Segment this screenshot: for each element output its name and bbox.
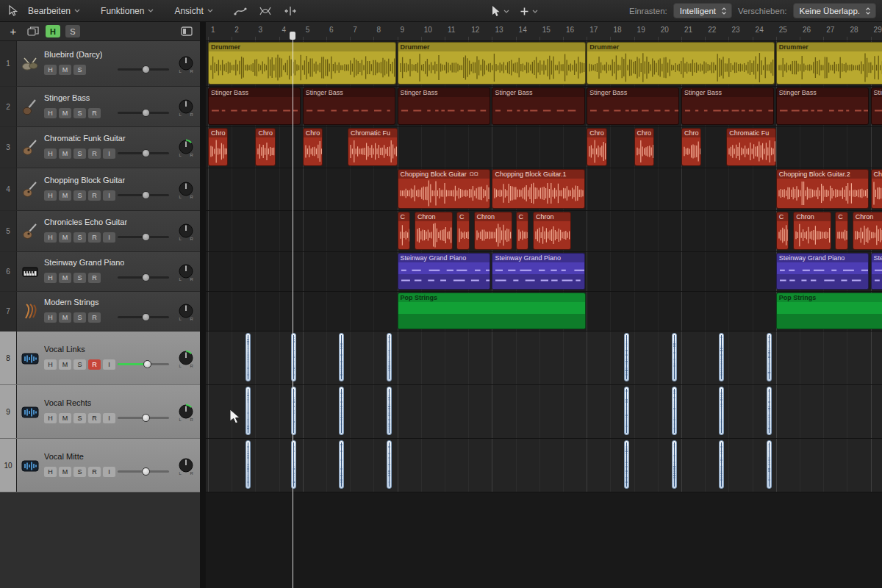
volume-slider[interactable] <box>118 65 169 74</box>
record-button[interactable]: R <box>88 232 101 243</box>
volume-slider[interactable] <box>118 273 169 282</box>
mute-button[interactable]: M <box>59 359 71 370</box>
pan-knob[interactable]: L R <box>176 349 196 368</box>
volume-slider[interactable] <box>118 414 169 422</box>
region-strings[interactable]: Pop Strings <box>776 293 882 329</box>
region-bass[interactable]: Stinger Bass <box>492 87 584 125</box>
volume-slider-thumb[interactable] <box>142 191 150 199</box>
global-solo-button[interactable]: S <box>65 25 80 37</box>
volume-slider[interactable] <box>118 191 169 199</box>
volume-slider[interactable] <box>118 313 169 321</box>
playhead-line[interactable] <box>293 32 293 588</box>
menu-bearbeiten[interactable]: Bearbeiten <box>28 6 80 16</box>
region-vocal-strip[interactable] <box>339 387 344 435</box>
pan-knob[interactable]: L R <box>176 456 196 476</box>
track-lane-10[interactable] <box>206 439 882 492</box>
track-header-10[interactable]: 10Vocal MitteHMSRI L R <box>0 439 200 492</box>
region-drummer[interactable]: Drummer <box>398 42 586 85</box>
track-header-2[interactable]: 2Stinger BassHMSR L R <box>0 87 200 127</box>
record-button[interactable]: R <box>88 312 101 323</box>
hide-button[interactable]: H <box>44 312 57 323</box>
crossfade-icon[interactable] <box>259 6 272 16</box>
record-button[interactable]: R <box>88 359 101 370</box>
record-button[interactable]: R <box>88 413 101 423</box>
track-name[interactable]: Bluebird (Darcy) <box>44 50 102 59</box>
display-toggle-button[interactable] <box>179 25 194 37</box>
input-monitor-button[interactable]: I <box>103 190 115 201</box>
mute-button[interactable]: M <box>59 190 71 201</box>
region-vocal-strip[interactable] <box>672 440 677 489</box>
track-lane-5[interactable]: CChronCChronCChronCChronCChron <box>206 211 882 252</box>
track-name[interactable]: Vocal Rechts <box>44 398 91 407</box>
record-button[interactable]: R <box>88 148 101 159</box>
pointer-icon[interactable] <box>7 4 19 18</box>
mute-button[interactable]: M <box>59 273 71 283</box>
flex-icon[interactable] <box>284 6 297 16</box>
track-name[interactable]: Vocal Links <box>44 345 85 354</box>
track-header-9[interactable]: 9Vocal RechtsHMSRI L R <box>0 385 200 439</box>
region-piano[interactable]: Steinway Grand Piano <box>398 253 490 290</box>
hide-button[interactable]: H <box>44 273 57 283</box>
region-bass[interactable]: Stinger Bass <box>303 87 395 125</box>
region-guitar[interactable]: Chron <box>474 212 512 250</box>
region-vocal-strip[interactable] <box>245 387 251 435</box>
mute-button[interactable]: M <box>59 413 71 423</box>
region-guitar[interactable]: C <box>398 212 411 250</box>
record-button[interactable]: R <box>88 108 101 118</box>
volume-slider[interactable] <box>118 149 169 157</box>
region-vocal-strip[interactable] <box>387 387 392 435</box>
track-lane-6[interactable]: Steinway Grand PianoSteinway Grand Piano… <box>206 252 882 292</box>
track-name[interactable]: Steinway Grand Piano <box>44 258 124 267</box>
volume-slider[interactable] <box>118 233 169 241</box>
mute-button[interactable]: M <box>59 467 71 477</box>
input-monitor-button[interactable]: I <box>103 359 115 370</box>
command-click-tool-menu[interactable] <box>520 7 538 16</box>
volume-slider[interactable] <box>118 360 169 368</box>
track-name[interactable]: Chromatic Funk Guitar <box>44 134 126 143</box>
region-strings[interactable]: Pop Strings <box>398 293 586 329</box>
region-bass[interactable]: Stinger Bass <box>208 87 301 125</box>
menu-funktionen[interactable]: Funktionen <box>101 6 154 16</box>
track-name[interactable]: Stinger Bass <box>44 93 90 102</box>
track-header-1[interactable]: 1Bluebird (Darcy)HMS L R <box>0 41 200 87</box>
track-name[interactable]: Chronicles Echo Guitar <box>44 218 127 226</box>
input-monitor-button[interactable]: I <box>103 467 115 477</box>
track-header-7[interactable]: 7Modern StringsHMSR L R <box>0 292 200 331</box>
track-header-6[interactable]: 6Steinway Grand PianoHMSR L R <box>0 252 200 292</box>
region-vocal-strip[interactable] <box>387 333 392 381</box>
region-bass[interactable]: Stinger Bass <box>681 87 774 125</box>
region-vocal-strip[interactable] <box>767 387 772 435</box>
solo-button[interactable]: S <box>74 148 86 159</box>
region-guitar[interactable]: Chro <box>255 128 275 166</box>
solo-button[interactable]: S <box>74 312 86 323</box>
input-monitor-button[interactable]: I <box>103 148 115 159</box>
duplicate-track-button[interactable] <box>26 25 40 37</box>
region-bass[interactable]: Stinger Bass <box>871 87 882 125</box>
hide-button[interactable]: H <box>44 148 57 159</box>
region-guitar[interactable]: Chron <box>415 212 453 250</box>
track-lane-1[interactable]: DrummerDrummerDrummerDrummer <box>206 41 882 87</box>
pan-knob[interactable]: L R <box>176 54 196 74</box>
region-vocal-strip[interactable] <box>624 333 629 381</box>
region-vocal-strip[interactable] <box>719 440 724 489</box>
pan-knob[interactable]: L R <box>176 98 196 117</box>
region-vocal-strip[interactable] <box>672 387 677 435</box>
pan-knob[interactable]: L R <box>176 138 196 157</box>
solo-button[interactable]: S <box>74 359 86 370</box>
region-vocal-strip[interactable] <box>245 440 251 489</box>
track-lane-7[interactable]: Pop StringsPop Strings <box>206 292 882 331</box>
region-guitar[interactable]: C <box>835 212 848 250</box>
hide-button[interactable]: H <box>44 190 57 201</box>
region-bass[interactable]: Stinger Bass <box>776 87 869 125</box>
track-header-4[interactable]: 4Chopping Block GuitarHMSRI L R <box>0 168 200 211</box>
bar-ruler[interactable]: 1234567891011121314151617181920212223242… <box>206 22 882 41</box>
input-monitor-button[interactable]: I <box>103 232 115 243</box>
playhead-marker[interactable] <box>290 32 295 40</box>
region-vocal-strip[interactable] <box>339 333 344 381</box>
region-vocal-strip[interactable] <box>624 440 629 489</box>
add-track-button[interactable]: + <box>6 25 21 37</box>
global-hide-button[interactable]: H <box>46 25 60 37</box>
region-guitar[interactable]: Chopping Block Guitar <box>871 169 882 209</box>
region-drummer[interactable]: Drummer <box>776 42 882 85</box>
record-button[interactable]: R <box>88 190 101 201</box>
